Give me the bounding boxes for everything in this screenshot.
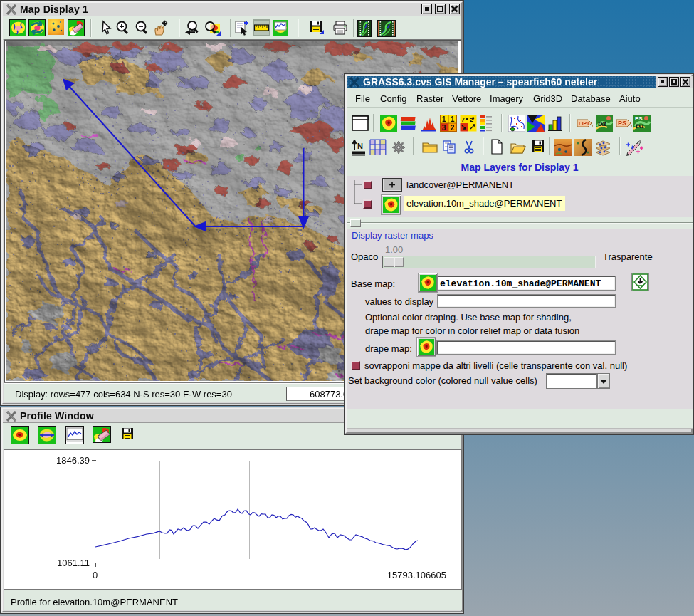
svg-text:15793.106605: 15793.106605: [387, 570, 446, 580]
svg-text:2: 2: [451, 124, 455, 132]
svg-text:1: 1: [442, 115, 446, 123]
svg-text:7: 7: [461, 116, 465, 123]
svg-text:1: 1: [451, 115, 455, 123]
svg-text:txt: txt: [598, 119, 607, 127]
svg-text:1061.11: 1061.11: [57, 558, 90, 568]
svg-text:3: 3: [442, 124, 446, 132]
svg-text:PS: PS: [618, 120, 626, 127]
svg-text:1846.39: 1846.39: [56, 455, 90, 466]
svg-text:N: N: [357, 142, 363, 150]
svg-text:0: 0: [93, 570, 98, 580]
svg-text:txt: txt: [636, 121, 645, 130]
svg-text:LIPT: LIPT: [579, 121, 590, 126]
